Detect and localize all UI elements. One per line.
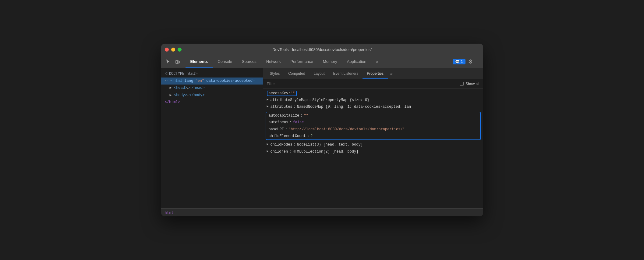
toolbar: Elements Console Sources Network Perform… xyxy=(161,55,483,68)
prop-row-children: ▶ children : HTMLCollection(2) [head, bo… xyxy=(263,148,483,155)
badge-count: 1 xyxy=(461,60,463,64)
sub-tabs: Styles Computed Layout Event Listeners P… xyxy=(263,68,483,79)
window-title: DevTools - localhost:8080/docs/devtools/… xyxy=(272,47,372,52)
sub-tab-more[interactable]: » xyxy=(388,68,395,79)
close-button[interactable] xyxy=(165,48,169,52)
tab-sources[interactable]: Sources xyxy=(237,56,261,68)
tab-more[interactable]: » xyxy=(371,56,383,68)
minimize-button[interactable] xyxy=(171,48,175,52)
breadcrumb-html[interactable]: html xyxy=(165,211,174,215)
sub-tab-layout[interactable]: Layout xyxy=(310,68,329,79)
badge-icon: 💬 xyxy=(455,60,460,64)
dom-body-line[interactable]: ▶ <body>…</body> xyxy=(166,92,263,99)
dom-doctype-line: <!DOCTYPE html> xyxy=(161,70,263,78)
main-content: <!DOCTYPE html> ···<html lang="en" data-… xyxy=(161,68,483,208)
toolbar-tabs: Elements Console Sources Network Perform… xyxy=(186,55,383,68)
show-all-label[interactable]: Show all xyxy=(460,82,479,86)
breadcrumb-bar: html xyxy=(161,208,483,216)
tab-elements[interactable]: Elements xyxy=(186,56,213,68)
more-options-icon[interactable]: ⋮ xyxy=(475,58,481,65)
prop-row-autofocus: autofocus : false xyxy=(266,119,480,126)
prop-group-highlighted: autocapitalize : "" autofocus : false ba… xyxy=(266,112,481,140)
sub-tab-properties[interactable]: Properties xyxy=(363,68,388,79)
dom-closing-html-line: </html> xyxy=(161,99,263,106)
devtools-window: DevTools - localhost:8080/docs/devtools/… xyxy=(161,44,483,216)
settings-icon[interactable]: ⚙ xyxy=(468,58,473,65)
prop-row-attributes: ▶ attributes : NamedNodeMap {0: lang, 1:… xyxy=(263,103,483,110)
cursor-icon[interactable] xyxy=(164,58,172,65)
filter-input[interactable] xyxy=(267,82,460,86)
sub-tab-event-listeners[interactable]: Event Listeners xyxy=(329,68,363,79)
prop-row-autocapitalize: autocapitalize : "" xyxy=(266,112,480,119)
accesskey-highlighted-row: accessKey : "" xyxy=(267,91,297,96)
tab-application[interactable]: Application xyxy=(342,56,371,68)
sub-tab-computed[interactable]: Computed xyxy=(284,68,309,79)
prop-row-attributeStyleMap: ▶ attributeStyleMap : StylePropertyMap {… xyxy=(263,97,483,103)
tab-network[interactable]: Network xyxy=(261,56,286,68)
toolbar-icons xyxy=(164,55,186,68)
properties-list: accessKey : "" ▶ attributeStyleMap : Sty… xyxy=(263,89,483,208)
toolbar-right: 💬 1 ⚙ ⋮ xyxy=(453,55,481,68)
prop-row-childNodes: ▶ childNodes : NodeList(3) [head, text, … xyxy=(263,141,483,148)
svg-rect-1 xyxy=(178,61,179,63)
prop-row-baseuri: baseURI : "http://localhost:8080/docs/de… xyxy=(266,126,480,133)
feedback-badge[interactable]: 💬 1 xyxy=(453,59,465,64)
tab-performance[interactable]: Performance xyxy=(285,56,318,68)
prop-row-childElementCount: childElementCount : 2 xyxy=(266,133,480,139)
show-all-checkbox[interactable] xyxy=(460,82,464,86)
tab-memory[interactable]: Memory xyxy=(318,56,342,68)
sub-tab-styles[interactable]: Styles xyxy=(266,68,284,79)
dom-html-line[interactable]: ···<html lang="en" data-cookies-accepted… xyxy=(161,78,263,85)
titlebar: DevTools - localhost:8080/docs/devtools/… xyxy=(161,44,483,55)
maximize-button[interactable] xyxy=(178,48,182,52)
dom-head-line[interactable]: ▶ <head>…</head> xyxy=(166,85,263,92)
tab-console[interactable]: Console xyxy=(213,56,237,68)
filter-bar: Show all xyxy=(263,79,483,89)
traffic-lights xyxy=(165,48,182,52)
show-all-text: Show all xyxy=(465,82,479,86)
properties-panel: Styles Computed Layout Event Listeners P… xyxy=(263,68,483,208)
dom-tree-panel: <!DOCTYPE html> ···<html lang="en" data-… xyxy=(161,68,263,208)
device-icon[interactable] xyxy=(173,58,182,65)
